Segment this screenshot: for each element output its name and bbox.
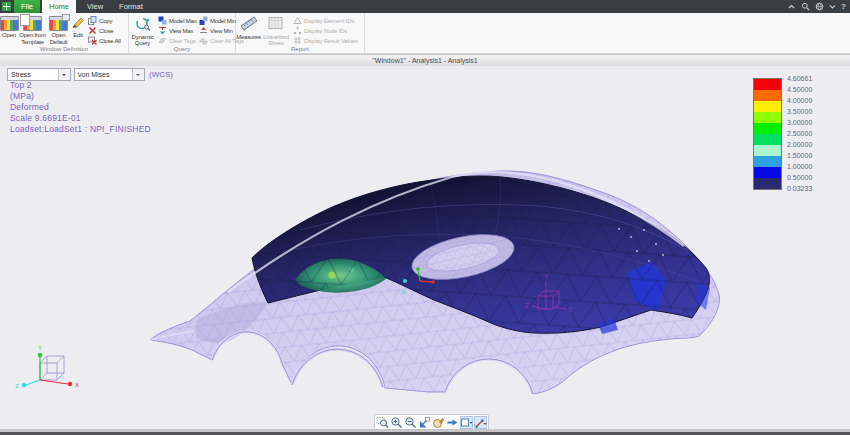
legend-color-band (754, 167, 781, 178)
display-element-ids-label: Display Element IDs (304, 18, 354, 24)
legend-color-band (754, 156, 781, 167)
ribbon: Open Open from Template Open Default Edi… (0, 13, 850, 54)
svg-text:Y: Y (38, 345, 42, 351)
zoom-window-icon[interactable] (376, 416, 389, 429)
display-style-icon[interactable] (460, 416, 473, 429)
legend-value-label: 4.50000 (787, 84, 812, 95)
legend-color-band (754, 79, 781, 90)
legend-value-label: 0.03233 (787, 183, 812, 194)
legend-value-label: 3.50000 (787, 106, 812, 117)
svg-text:Y: Y (544, 273, 549, 280)
clear-tags-label: Clear Tags (169, 38, 196, 44)
legend-bands (753, 78, 782, 190)
open-default-label: Open Default (47, 32, 70, 45)
component-caret-icon[interactable] (132, 69, 144, 80)
legend-value-label: 4.60661 (787, 73, 812, 84)
close-label: Close (99, 28, 113, 34)
refit-icon[interactable] (418, 416, 431, 429)
display-result-values-button: Display Result Values (291, 36, 361, 46)
display-node-ids-icon (293, 26, 302, 36)
graphics-window-title: "Window1" - Analysis1 - Analysis1 (372, 57, 477, 64)
legend-value-label: 1.50000 (787, 150, 812, 161)
display-element-ids-icon (293, 16, 302, 26)
linearized-stress-label: Linearized Stress (261, 34, 291, 47)
search-icon[interactable] (801, 2, 810, 11)
open-from-template-label: Open from Template (18, 32, 47, 45)
help-icon[interactable]: ? (841, 0, 846, 13)
tab-view[interactable]: View (80, 0, 110, 13)
caret-down-icon[interactable] (829, 2, 836, 11)
datum-display-icon[interactable] (474, 416, 487, 429)
orientation-triad: Y X Z (15, 345, 79, 389)
zoom-out-icon[interactable] (404, 416, 417, 429)
open-default-button[interactable]: Open Default (47, 14, 70, 48)
ribbon-group-window-definition: Open Open from Template Open Default Edi… (0, 13, 129, 53)
linearized-stress-button: Linearized Stress (261, 14, 291, 48)
report-group-label: Report (236, 46, 364, 52)
display-element-ids-button: Display Element IDs (291, 16, 361, 26)
close-button[interactable]: Close (86, 26, 128, 36)
legend-value-label: 2.00000 (787, 139, 812, 150)
clear-tags-button: Clear Tags (156, 36, 197, 46)
query-group-label: Query (129, 46, 235, 52)
display-result-values-label: Display Result Values (304, 38, 358, 44)
app-window: File Home View Format ? Open Open from T… (0, 0, 850, 435)
result-type-caret-icon[interactable] (58, 69, 70, 80)
close-all-label: Close All (99, 38, 121, 44)
view-min-icon (199, 26, 208, 36)
close-all-button[interactable]: Close All (86, 36, 128, 46)
app-icon[interactable] (2, 2, 11, 11)
tab-file[interactable]: File (14, 0, 40, 13)
ribbon-group-query: Dynamic Query Model Max View Max Clear T… (129, 13, 236, 53)
measures-button[interactable]: Measures (236, 14, 261, 48)
model-max-label: Model Max (169, 18, 197, 24)
open-label: Open (2, 32, 16, 39)
svg-text:X: X (75, 382, 79, 388)
legend-color-band (754, 112, 781, 123)
svg-text:Z: Z (15, 383, 19, 389)
open-button[interactable]: Open (0, 14, 18, 48)
annotation-line: (MPa) (10, 91, 151, 102)
model-max-button[interactable]: Model Max (156, 16, 197, 26)
open-from-template-button[interactable]: Open from Template (18, 14, 47, 48)
component-value: von Mises (75, 71, 132, 78)
dynamic-query-icon (134, 16, 152, 33)
edit-button[interactable]: Edit (70, 14, 86, 48)
close-all-icon (88, 36, 97, 46)
zoom-in-icon[interactable] (390, 416, 403, 429)
open-from-template-icon (23, 16, 42, 31)
options-icon[interactable] (815, 2, 824, 11)
edit-label: Edit (73, 32, 83, 39)
svg-text:Z: Z (525, 302, 529, 309)
saved-views-icon[interactable] (446, 416, 459, 429)
edit-pencil-icon (71, 16, 86, 31)
tab-format[interactable]: Format (112, 0, 150, 13)
model-min-button[interactable]: Model Min (197, 16, 235, 26)
view-max-button[interactable]: View Max (156, 26, 197, 36)
close-icon (88, 26, 97, 36)
legend-color-band (754, 178, 781, 189)
measures-ruler-icon (240, 16, 258, 33)
view-min-label: View Min (210, 28, 233, 34)
tab-home[interactable]: Home (42, 0, 76, 13)
legend-color-band (754, 101, 781, 112)
measures-label: Measures (236, 34, 261, 41)
annotation-line: Loadset:LoadSet1 : NPI_FINISHED (10, 124, 151, 135)
annotation-line: Deformed (10, 102, 151, 113)
display-result-values-icon (293, 36, 302, 46)
repaint-icon[interactable] (432, 416, 445, 429)
clear-tags-icon (158, 36, 167, 46)
legend-value-label: 3.00000 (787, 117, 812, 128)
clear-all-tags-button: Clear All Tags (197, 36, 235, 46)
collapse-ribbon-icon[interactable] (787, 2, 796, 11)
copy-button[interactable]: Copy (86, 16, 128, 26)
result-annotations: Top 2(MPa)DeformedScale 9.6691E-01Loadse… (10, 80, 151, 135)
svg-text:X: X (568, 306, 573, 313)
model-min-label: Model Min (210, 18, 236, 24)
legend-value-label: 4.00000 (787, 95, 812, 106)
dynamic-query-button[interactable]: Dynamic Query (129, 14, 156, 48)
model-min-icon (199, 16, 208, 26)
display-node-ids-button: Display Node IDs (291, 26, 361, 36)
view-min-button[interactable]: View Min (197, 26, 235, 36)
linearized-stress-icon (267, 16, 285, 33)
